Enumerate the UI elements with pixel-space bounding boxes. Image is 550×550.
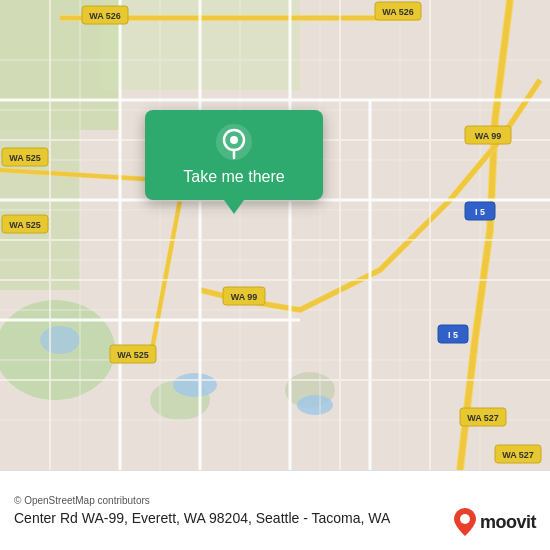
svg-point-9 — [40, 326, 80, 354]
svg-text:WA 527: WA 527 — [467, 413, 499, 423]
moovit-pin-icon — [454, 508, 476, 536]
bottom-info-bar: © OpenStreetMap contributors Center Rd W… — [0, 470, 550, 550]
svg-text:WA 525: WA 525 — [9, 153, 41, 163]
svg-text:I 5: I 5 — [475, 207, 485, 217]
map-view: WA 526 WA 526 WA 525 WA 525 WA 525 WA 99… — [0, 0, 550, 470]
svg-point-64 — [230, 136, 238, 144]
svg-text:WA 527: WA 527 — [502, 450, 534, 460]
map-attribution: © OpenStreetMap contributors — [14, 495, 536, 506]
svg-point-7 — [173, 373, 217, 397]
svg-point-8 — [297, 395, 333, 415]
location-pin-icon — [216, 124, 252, 160]
svg-text:I 5: I 5 — [448, 330, 458, 340]
svg-text:WA 526: WA 526 — [382, 7, 414, 17]
svg-text:WA 99: WA 99 — [475, 131, 502, 141]
moovit-logo: moovit — [454, 508, 536, 536]
svg-text:WA 525: WA 525 — [9, 220, 41, 230]
take-me-there-button[interactable]: Take me there — [183, 168, 284, 186]
svg-point-66 — [460, 514, 470, 524]
svg-text:WA 99: WA 99 — [231, 292, 258, 302]
moovit-brand-text: moovit — [480, 512, 536, 533]
location-popup: Take me there — [145, 110, 323, 200]
svg-text:WA 526: WA 526 — [89, 11, 121, 21]
svg-text:WA 525: WA 525 — [117, 350, 149, 360]
